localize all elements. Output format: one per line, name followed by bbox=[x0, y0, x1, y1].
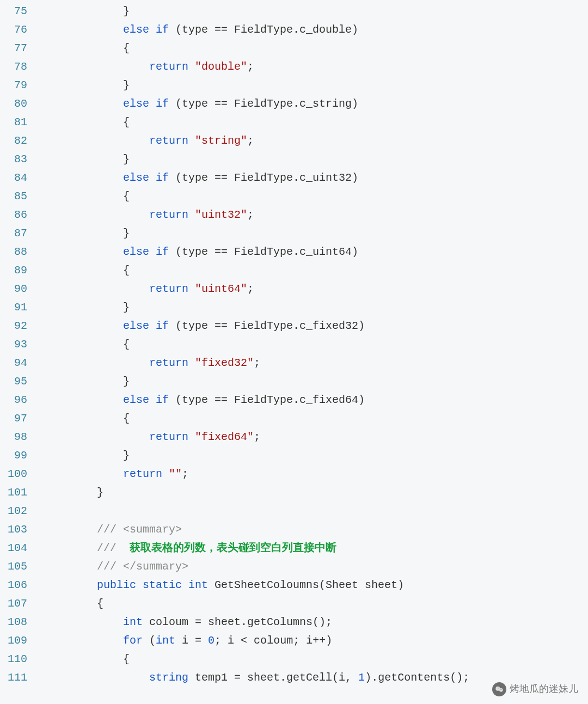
code-line: int coloum = sheet.getColumns(); bbox=[45, 613, 588, 632]
token-pl: { bbox=[45, 653, 130, 665]
code-line: } bbox=[45, 2, 588, 21]
code-line: } bbox=[45, 446, 588, 465]
line-number: 79 bbox=[0, 76, 34, 95]
token-pl: } bbox=[45, 153, 130, 166]
code-line: else if (type == FieldType.c_string) bbox=[45, 95, 588, 113]
code-line: { bbox=[45, 595, 588, 613]
token-pl: (type == FieldType.c_double) bbox=[169, 23, 358, 36]
token-pl bbox=[45, 579, 97, 591]
token-str: "double" bbox=[195, 60, 247, 73]
token-pl bbox=[188, 134, 195, 147]
token-pl: (type == FieldType.c_string) bbox=[169, 97, 358, 110]
token-pl: } bbox=[45, 5, 130, 17]
code-line: { bbox=[45, 261, 588, 280]
token-pl bbox=[45, 23, 123, 36]
token-pl: ; i < coloum; i++) bbox=[215, 634, 332, 647]
token-pl: } bbox=[45, 486, 103, 499]
token-pl: { bbox=[45, 597, 103, 610]
token-pl: ; bbox=[247, 134, 254, 147]
token-pl bbox=[162, 468, 169, 480]
line-number: 102 bbox=[0, 502, 34, 521]
token-pl: } bbox=[45, 79, 130, 91]
line-number: 101 bbox=[0, 483, 34, 502]
token-pl bbox=[188, 60, 195, 73]
svg-point-3 bbox=[498, 688, 499, 688]
token-pl: coloum = sheet.getColumns(); bbox=[143, 616, 332, 628]
token-str: "uint32" bbox=[195, 209, 247, 221]
token-pl bbox=[45, 60, 149, 73]
line-number: 82 bbox=[0, 132, 34, 150]
token-pl: ; bbox=[247, 209, 254, 221]
token-pl: } bbox=[45, 375, 130, 388]
token-pl bbox=[45, 97, 123, 110]
token-docxml: </summary> bbox=[123, 560, 188, 573]
code-line: } bbox=[45, 483, 588, 502]
line-number: 108 bbox=[0, 613, 34, 632]
token-pl: temp1 = sheet.getCell(i, bbox=[188, 671, 358, 684]
line-number: 103 bbox=[0, 521, 34, 539]
token-kw: return bbox=[149, 60, 188, 73]
watermark: 烤地瓜的迷妹儿 bbox=[492, 681, 578, 691]
token-pl: ; bbox=[254, 357, 260, 369]
token-pl: ; bbox=[182, 468, 188, 480]
token-pl bbox=[188, 209, 195, 221]
token-num: 1 bbox=[358, 671, 365, 684]
token-pl: ( bbox=[143, 634, 156, 647]
token-pl: (type == FieldType.c_uint64) bbox=[169, 246, 358, 258]
line-number: 99 bbox=[0, 446, 34, 465]
code-line: { bbox=[45, 187, 588, 206]
token-docxml: <summary> bbox=[123, 523, 182, 536]
token-kw: return bbox=[149, 134, 188, 147]
line-number: 92 bbox=[0, 317, 34, 335]
token-pl: ; bbox=[254, 431, 260, 443]
token-pl bbox=[188, 283, 195, 295]
line-number: 81 bbox=[0, 113, 34, 132]
token-pl bbox=[45, 523, 97, 536]
token-pl: { bbox=[45, 116, 130, 128]
code-line: { bbox=[45, 113, 588, 132]
token-pl: (type == FieldType.c_fixed32) bbox=[169, 320, 365, 332]
token-pl: { bbox=[45, 42, 130, 54]
code-line: else if (type == FieldType.c_fixed32) bbox=[45, 317, 588, 335]
token-pl bbox=[45, 671, 149, 684]
code-line: else if (type == FieldType.c_uint32) bbox=[45, 169, 588, 187]
code-line bbox=[45, 502, 588, 521]
token-pl bbox=[45, 634, 123, 647]
token-doctxt: 获取表格的列数，表头碰到空白列直接中断 bbox=[123, 542, 336, 554]
code-line: else if (type == FieldType.c_fixed64) bbox=[45, 391, 588, 409]
line-number: 89 bbox=[0, 261, 34, 280]
token-pl: ).getContents(); bbox=[365, 671, 469, 684]
token-kw: else if bbox=[123, 394, 169, 406]
code-line: return "fixed32"; bbox=[45, 354, 588, 372]
line-number: 85 bbox=[0, 187, 34, 206]
code-line: } bbox=[45, 224, 588, 243]
token-str: "fixed32" bbox=[195, 357, 254, 369]
code-line: return "string"; bbox=[45, 132, 588, 150]
line-number: 94 bbox=[0, 354, 34, 372]
token-pl bbox=[45, 246, 123, 258]
code-line: return "fixed64"; bbox=[45, 428, 588, 446]
line-number-gutter: 7576777879808182838485868788899091929394… bbox=[0, 2, 34, 687]
line-number: 80 bbox=[0, 95, 34, 113]
code-line: { bbox=[45, 409, 588, 428]
line-number: 90 bbox=[0, 280, 34, 298]
code-line: } bbox=[45, 298, 588, 317]
code-line: } bbox=[45, 76, 588, 95]
line-number: 97 bbox=[0, 409, 34, 428]
token-kw: int bbox=[123, 616, 143, 628]
token-kw: else if bbox=[123, 23, 169, 36]
code-line: return "double"; bbox=[45, 58, 588, 76]
code-line: public static int GetSheetColoumns(Sheet… bbox=[45, 576, 588, 595]
line-number: 84 bbox=[0, 169, 34, 187]
token-kw: public static int bbox=[97, 579, 208, 591]
token-pl bbox=[45, 616, 123, 628]
line-number: 93 bbox=[0, 335, 34, 354]
token-kw: return bbox=[149, 431, 188, 443]
token-kw: return bbox=[149, 283, 188, 295]
token-kw: return bbox=[149, 209, 188, 221]
line-number: 107 bbox=[0, 595, 34, 613]
token-doc: /// bbox=[97, 542, 123, 554]
line-number: 83 bbox=[0, 150, 34, 169]
line-number: 100 bbox=[0, 465, 34, 483]
token-pl: ; bbox=[247, 60, 254, 73]
